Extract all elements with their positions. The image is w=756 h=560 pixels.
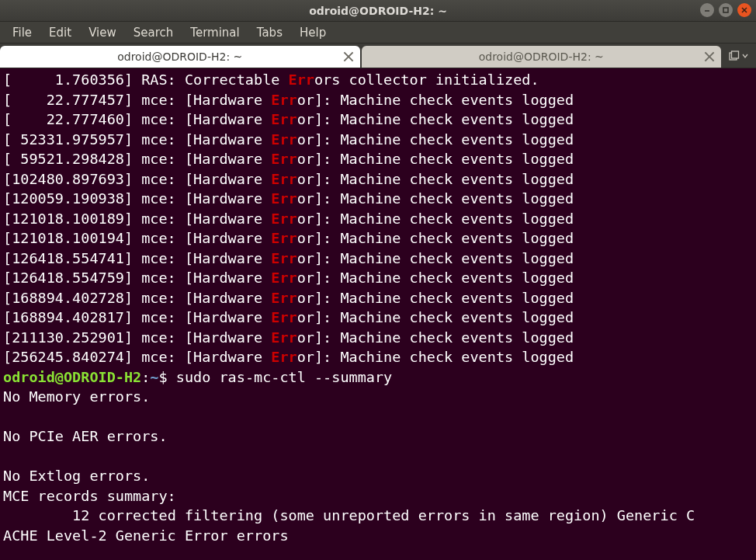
minimize-icon [703, 6, 711, 14]
maximize-icon [722, 6, 730, 14]
terminal-line: [102480.897693] mce: [Hardware Error]: M… [3, 169, 753, 190]
terminal-tab-2[interactable]: odroid@ODROID-H2: ~ [362, 46, 722, 68]
terminal-line: [ 52331.975957] mce: [Hardware Error]: M… [3, 130, 753, 150]
terminal-line: ACHE Level-2 Generic Error errors [3, 526, 753, 546]
terminal-line: [ 22.777457] mce: [Hardware Error]: Mach… [3, 90, 753, 110]
tab-label: odroid@ODROID-H2: ~ [117, 50, 242, 63]
terminal-tab-1[interactable]: odroid@ODROID-H2: ~ [0, 46, 360, 68]
menu-view[interactable]: View [81, 23, 124, 42]
terminal-line [3, 407, 753, 427]
terminal-line: [168894.402728] mce: [Hardware Error]: M… [3, 288, 753, 308]
tabbar: odroid@ODROID-H2: ~ odroid@ODROID-H2: ~ [0, 43, 756, 68]
terminal-line: [ 59521.298428] mce: [Hardware Error]: M… [3, 149, 753, 169]
close-icon [740, 6, 748, 14]
close-icon [704, 51, 715, 62]
terminal-line: [120059.190938] mce: [Hardware Error]: M… [3, 189, 753, 209]
menubar: File Edit View Search Terminal Tabs Help [0, 22, 756, 43]
terminal-line: [256245.840274] mce: [Hardware Error]: M… [3, 347, 753, 367]
close-button[interactable] [737, 3, 751, 17]
terminal-line: [121018.100194] mce: [Hardware Error]: M… [3, 228, 753, 249]
new-tab-button[interactable] [723, 43, 754, 68]
terminal-line [3, 447, 753, 467]
close-icon [343, 51, 354, 62]
window-title: odroid@ODROID-H2: ~ [309, 5, 447, 17]
tab-close-button[interactable] [343, 51, 354, 62]
window-controls [700, 3, 751, 17]
terminal-line: No Extlog errors. [3, 466, 753, 486]
terminal-line: [126418.554759] mce: [Hardware Error]: M… [3, 268, 753, 288]
menu-terminal[interactable]: Terminal [182, 23, 247, 42]
terminal-line: [ 22.777460] mce: [Hardware Error]: Mach… [3, 110, 753, 130]
terminal-line: [121018.100189] mce: [Hardware Error]: M… [3, 209, 753, 229]
window-titlebar: odroid@ODROID-H2: ~ [0, 0, 756, 22]
menu-tabs[interactable]: Tabs [249, 23, 290, 42]
maximize-button[interactable] [719, 3, 733, 17]
terminal-line: MCE records summary: [3, 486, 753, 506]
menu-help[interactable]: Help [292, 23, 334, 42]
tab-close-button[interactable] [704, 51, 715, 62]
menu-file[interactable]: File [5, 23, 40, 42]
terminal-line: [ 1.760356] RAS: Correctable Errors coll… [3, 70, 753, 90]
terminal-line: [211130.252901] mce: [Hardware Error]: M… [3, 328, 753, 348]
menu-edit[interactable]: Edit [41, 23, 79, 42]
terminal-line: No Memory errors. [3, 387, 753, 407]
terminal-line: odroid@ODROID-H2:~$ sudo ras-mc-ctl --su… [3, 367, 753, 388]
terminal-line: 12 corrected filtering (some unreported … [3, 506, 753, 526]
minimize-button[interactable] [700, 3, 714, 17]
svg-rect-9 [732, 51, 739, 58]
terminal-line: [168894.402817] mce: [Hardware Error]: M… [3, 308, 753, 328]
terminal-line: [126418.554741] mce: [Hardware Error]: M… [3, 249, 753, 269]
menu-search[interactable]: Search [126, 23, 182, 42]
chevron-down-icon [742, 50, 748, 62]
terminal-output[interactable]: [ 1.760356] RAS: Correctable Errors coll… [0, 68, 756, 560]
terminal-line: No PCIe AER errors. [3, 426, 753, 447]
svg-rect-1 [723, 8, 728, 12]
new-tab-icon [728, 50, 740, 62]
tab-label: odroid@ODROID-H2: ~ [479, 50, 604, 63]
